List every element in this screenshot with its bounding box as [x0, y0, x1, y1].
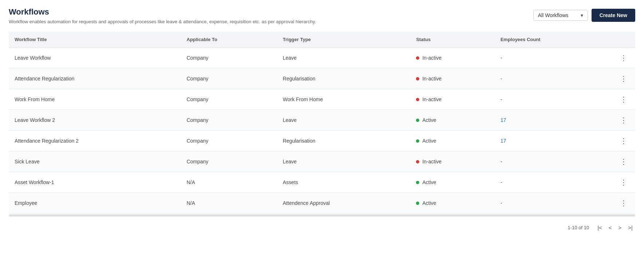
cell-status: Active	[410, 172, 494, 193]
cell-employees-count: -	[495, 193, 612, 214]
filter-label: All Workflows	[538, 12, 569, 18]
cell-title: Work From Home	[9, 89, 181, 110]
cell-status: Active	[410, 193, 494, 214]
cell-employees-count: -	[495, 151, 612, 172]
status-label: In-active	[422, 76, 441, 82]
col-header-applicable: Applicable To	[181, 32, 277, 48]
table-row: EmployeeN/AAttendence ApprovalActive-⋮	[9, 193, 635, 214]
cell-applicable-to: N/A	[181, 172, 277, 193]
cell-trigger-type: Work From Home	[277, 89, 410, 110]
status-dot-icon	[416, 202, 419, 205]
header-row-tr: Workflow Title Applicable To Trigger Typ…	[9, 32, 635, 48]
create-new-button[interactable]: Create New	[592, 9, 635, 22]
more-options-button[interactable]: ⋮	[618, 116, 629, 124]
status-dot-icon	[416, 160, 419, 163]
cell-employees-count: 17	[495, 131, 612, 151]
cell-more-options: ⋮	[612, 89, 635, 110]
table-wrapper: Workflow Title Applicable To Trigger Typ…	[9, 32, 635, 218]
employees-count-link[interactable]: 17	[500, 117, 506, 123]
status-label: In-active	[422, 55, 441, 61]
more-options-button[interactable]: ⋮	[618, 136, 629, 145]
more-options-button[interactable]: ⋮	[618, 178, 629, 187]
cell-employees-count: -	[495, 48, 612, 68]
last-page-button[interactable]: >|	[625, 223, 635, 232]
cell-title: Sick Leave	[9, 151, 181, 172]
cell-employees-count: -	[495, 172, 612, 193]
cell-employees-count: -	[495, 68, 612, 89]
footer-row: 1-10 of 10 |< < > >|	[9, 218, 635, 234]
more-options-button[interactable]: ⋮	[618, 95, 629, 104]
table-row: Asset Workflow-1N/AAssetsActive-⋮	[9, 172, 635, 193]
cell-trigger-type: Regularisation	[277, 68, 410, 89]
cell-trigger-type: Attendence Approval	[277, 193, 410, 214]
cell-employees-count: -	[495, 89, 612, 110]
cell-applicable-to: Company	[181, 89, 277, 110]
cell-status: In-active	[410, 89, 494, 110]
cell-title: Leave Workflow	[9, 48, 181, 68]
cell-applicable-to: Company	[181, 131, 277, 151]
cell-title: Leave Workflow 2	[9, 110, 181, 131]
workflows-table: Workflow Title Applicable To Trigger Typ…	[9, 32, 635, 214]
cell-title: Attendance Regularization	[9, 68, 181, 89]
table-header: Workflow Title Applicable To Trigger Typ…	[9, 32, 635, 48]
col-header-count: Employees Count	[495, 32, 612, 48]
status-dot-icon	[416, 98, 419, 101]
cell-title: Employee	[9, 193, 181, 214]
cell-more-options: ⋮	[612, 151, 635, 172]
status-dot-icon	[416, 181, 419, 184]
status-label: Active	[422, 138, 436, 144]
cell-title: Attendance Regularization 2	[9, 131, 181, 151]
table-row: Sick LeaveCompanyLeaveIn-active-⋮	[9, 151, 635, 172]
page-subtitle: Workflow enables automation for requests…	[9, 19, 316, 24]
employees-count-link[interactable]: 17	[500, 138, 506, 144]
pagination-info: 1-10 of 10	[568, 225, 589, 230]
cell-applicable-to: N/A	[181, 193, 277, 214]
more-options-button[interactable]: ⋮	[618, 74, 629, 83]
cell-employees-count: 17	[495, 110, 612, 131]
status-label: In-active	[422, 159, 441, 164]
table-row: Attendance Regularization 2CompanyRegula…	[9, 131, 635, 151]
page-container: Workflows Workflow enables automation fo…	[0, 0, 644, 266]
next-page-button[interactable]: >	[616, 223, 624, 232]
cell-more-options: ⋮	[612, 172, 635, 193]
header-actions: All Workflows ▾ Create New	[533, 9, 635, 22]
cell-trigger-type: Leave	[277, 110, 410, 131]
cell-more-options: ⋮	[612, 193, 635, 214]
col-header-title: Workflow Title	[9, 32, 181, 48]
status-label: Active	[422, 200, 436, 206]
cell-more-options: ⋮	[612, 110, 635, 131]
cell-status: Active	[410, 131, 494, 151]
cell-title: Asset Workflow-1	[9, 172, 181, 193]
table-row: Leave Workflow 2CompanyLeaveActive17⋮	[9, 110, 635, 131]
status-dot-icon	[416, 139, 419, 143]
chevron-down-icon: ▾	[581, 12, 583, 18]
status-dot-icon	[416, 56, 419, 60]
cell-more-options: ⋮	[612, 68, 635, 89]
table-row: Attendance RegularizationCompanyRegulari…	[9, 68, 635, 89]
cell-trigger-type: Leave	[277, 151, 410, 172]
status-dot-icon	[416, 77, 419, 80]
more-options-button[interactable]: ⋮	[618, 53, 629, 62]
more-options-button[interactable]: ⋮	[618, 199, 629, 207]
table-row: Leave WorkflowCompanyLeaveIn-active-⋮	[9, 48, 635, 68]
cell-trigger-type: Assets	[277, 172, 410, 193]
title-block: Workflows Workflow enables automation fo…	[9, 7, 316, 24]
more-options-button[interactable]: ⋮	[618, 157, 629, 166]
prev-page-button[interactable]: <	[606, 223, 614, 232]
status-label: Active	[422, 179, 436, 185]
cell-more-options: ⋮	[612, 48, 635, 68]
table-body: Leave WorkflowCompanyLeaveIn-active-⋮Att…	[9, 48, 635, 214]
cell-trigger-type: Regularisation	[277, 131, 410, 151]
horizontal-scrollbar[interactable]	[9, 214, 635, 217]
filter-dropdown[interactable]: All Workflows ▾	[533, 10, 588, 21]
first-page-button[interactable]: |<	[595, 223, 605, 232]
cell-more-options: ⋮	[612, 131, 635, 151]
cell-applicable-to: Company	[181, 110, 277, 131]
cell-applicable-to: Company	[181, 48, 277, 68]
cell-status: Active	[410, 110, 494, 131]
cell-status: In-active	[410, 48, 494, 68]
status-dot-icon	[416, 119, 419, 122]
col-header-status: Status	[410, 32, 494, 48]
status-label: In-active	[422, 96, 441, 102]
col-header-actions	[612, 32, 635, 48]
